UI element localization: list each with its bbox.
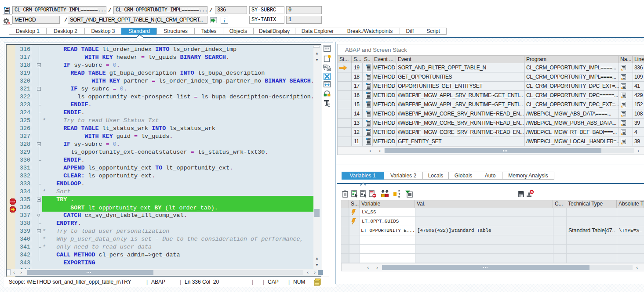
- svg-text:STOP: STOP: [11, 201, 15, 203]
